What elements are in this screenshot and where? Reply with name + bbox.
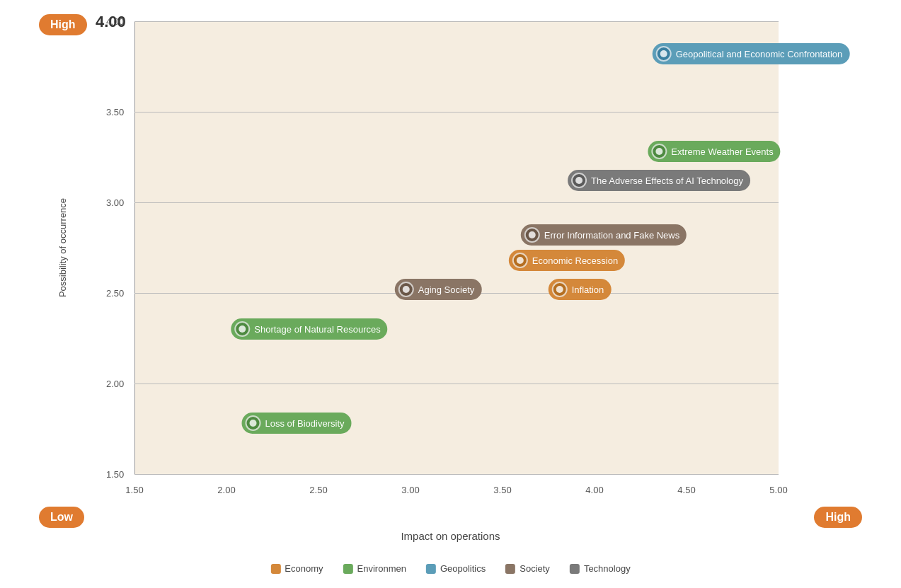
y-tick-150: 1.50 <box>106 469 124 480</box>
pill-geopolitical[interactable]: Geopolitical and Economic Confrontation <box>653 43 850 64</box>
plot-area <box>134 21 779 474</box>
legend-dot-environment <box>343 564 353 574</box>
legend-dot-geopolitics <box>426 564 436 574</box>
x-tick-400: 4.00 <box>585 485 603 495</box>
x-tick-350: 3.50 <box>493 485 511 495</box>
plot-border-left <box>134 21 135 474</box>
y-tick-300: 3.00 <box>106 197 124 208</box>
y-axis-label: Possibility of occurrence <box>57 198 68 297</box>
high-badge-y: High <box>39 14 87 35</box>
pill-aging-society[interactable]: Aging Society <box>395 279 482 300</box>
y-tick-350: 3.50 <box>106 107 124 117</box>
x-tick-200: 2.00 <box>217 485 235 495</box>
pill-extreme-weather[interactable]: Extreme Weather Events <box>648 141 780 162</box>
x-tick-250: 2.50 <box>309 485 327 495</box>
chart-container: Possibility of occurrence High 4.00 4.00… <box>0 0 901 588</box>
pill-economic-recession[interactable]: Economic Recession <box>509 250 625 271</box>
legend-society: Society <box>505 563 550 574</box>
x-tick-450: 4.50 <box>677 485 695 495</box>
x-tick-300: 3.00 <box>401 485 419 495</box>
pill-biodiversity[interactable]: Loss of Biodiversity <box>242 413 352 434</box>
y-tick-250: 2.50 <box>106 288 124 299</box>
pill-inflation[interactable]: Inflation <box>549 279 612 300</box>
pill-ai-technology[interactable]: The Adverse Effects of AI Technology <box>568 170 750 191</box>
legend-geopolitics: Geopolitics <box>426 563 486 574</box>
pill-shortage[interactable]: Shortage of Natural Resources <box>231 318 387 340</box>
y-tick-400: 4.00 <box>106 16 124 27</box>
legend-technology: Technology <box>570 563 631 574</box>
gridline-200 <box>134 384 779 384</box>
legend-environment: Environmen <box>343 563 406 574</box>
pill-error-info[interactable]: Error Information and Fake News <box>521 224 687 246</box>
legend-economy: Economy <box>270 563 323 574</box>
legend-dot-technology <box>570 564 580 574</box>
legend-dot-society <box>505 564 515 574</box>
high-badge-x: High <box>814 507 862 528</box>
gridline-150 <box>134 474 779 475</box>
gridline-350 <box>134 112 779 113</box>
gridline-400 <box>134 21 779 22</box>
legend: Economy Environmen Geopolitics Society T… <box>270 563 630 574</box>
low-badge: Low <box>39 507 84 528</box>
x-tick-500: 5.00 <box>769 485 787 495</box>
x-tick-150: 1.50 <box>125 485 143 495</box>
gridline-300 <box>134 202 779 203</box>
legend-dot-economy <box>270 564 280 574</box>
x-axis-label: Impact on operations <box>401 530 500 542</box>
y-tick-200: 2.00 <box>106 379 124 389</box>
